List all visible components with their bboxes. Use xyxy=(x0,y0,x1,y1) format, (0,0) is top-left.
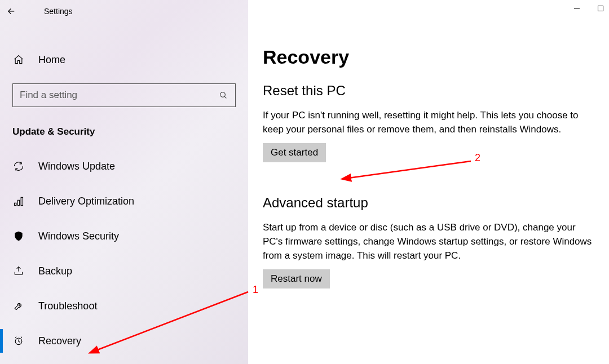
nav-item-backup[interactable]: Backup xyxy=(0,254,248,288)
reset-pc-description: If your PC isn't running well, resetting… xyxy=(263,109,594,136)
svg-point-0 xyxy=(220,92,226,97)
maximize-button[interactable] xyxy=(597,5,604,12)
backup-icon xyxy=(12,265,25,277)
top-bar: Settings xyxy=(0,0,248,23)
nav-item-label: Recovery xyxy=(38,335,81,347)
svg-rect-3 xyxy=(21,197,23,205)
windows-update-icon xyxy=(12,161,25,172)
advanced-startup-description: Start up from a device or disc (such as … xyxy=(263,221,594,263)
page-title: Recovery xyxy=(263,46,594,68)
search-box[interactable] xyxy=(12,83,236,107)
settings-window: Settings Home Update & Security Windows … xyxy=(0,0,609,364)
home-label: Home xyxy=(38,54,65,66)
nav-item-windows-update[interactable]: Windows Update xyxy=(0,149,248,184)
nav-item-windows-security[interactable]: Windows Security xyxy=(0,219,248,254)
sidebar: Settings Home Update & Security Windows … xyxy=(0,0,248,364)
nav-item-troubleshoot[interactable]: Troubleshoot xyxy=(0,288,248,323)
restart-now-button[interactable]: Restart now xyxy=(263,269,330,288)
advanced-startup-heading: Advanced startup xyxy=(263,195,594,211)
nav-list: Windows UpdateDelivery OptimizationWindo… xyxy=(0,149,248,358)
home-link[interactable]: Home xyxy=(0,48,248,71)
reset-pc-heading: Reset this PC xyxy=(263,83,594,99)
nav-item-delivery-optimization[interactable]: Delivery Optimization xyxy=(0,184,248,219)
svg-rect-1 xyxy=(15,203,16,205)
search-input[interactable] xyxy=(19,89,217,101)
search-icon xyxy=(217,91,230,100)
window-controls xyxy=(573,5,604,12)
nav-item-label: Delivery Optimization xyxy=(38,196,134,207)
windows-security-icon xyxy=(12,230,25,242)
search-container xyxy=(0,83,248,107)
nav-item-recovery[interactable]: Recovery xyxy=(0,323,248,358)
minimize-button[interactable] xyxy=(573,5,581,12)
troubleshoot-icon xyxy=(12,300,25,312)
main-pane: Recovery Reset this PC If your PC isn't … xyxy=(248,0,609,364)
home-icon xyxy=(12,54,25,65)
nav-item-label: Troubleshoot xyxy=(38,300,97,312)
delivery-optimization-icon xyxy=(12,196,25,207)
arrow-left-icon xyxy=(6,6,16,16)
nav-item-label: Windows Update xyxy=(38,161,115,172)
nav-item-label: Windows Security xyxy=(38,230,119,242)
svg-rect-2 xyxy=(17,200,19,205)
get-started-button[interactable]: Get started xyxy=(263,143,326,162)
nav-item-label: Backup xyxy=(38,265,72,277)
category-heading: Update & Security xyxy=(0,126,248,137)
window-title: Settings xyxy=(44,7,73,16)
back-button[interactable] xyxy=(0,0,23,23)
svg-rect-5 xyxy=(598,6,603,11)
recovery-icon xyxy=(12,335,25,347)
